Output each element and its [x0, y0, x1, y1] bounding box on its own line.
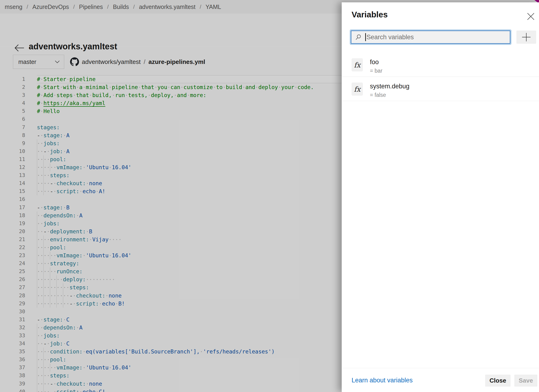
variable-value: = bar — [370, 68, 382, 74]
variable-row[interactable]: fxfoo= bar — [342, 53, 539, 77]
close-button[interactable]: Close — [485, 375, 510, 387]
variable-name: foo — [370, 58, 382, 66]
fx-icon: fx — [351, 58, 363, 71]
variable-row[interactable]: fxsystem.debug= false — [342, 77, 539, 101]
plus-icon — [521, 32, 531, 42]
panel-close-button[interactable] — [525, 10, 537, 23]
variables-list: fxfoo= barfxsystem.debug= false — [342, 53, 539, 101]
search-variables-input[interactable] — [366, 31, 510, 43]
close-icon — [527, 13, 534, 20]
variable-name: system.debug — [370, 83, 409, 90]
save-button[interactable]: Save — [514, 375, 537, 387]
search-variables-box — [351, 31, 510, 44]
app-window: mseng/AzureDevOps/Pipelines/Builds/adven… — [0, 0, 539, 392]
panel-title: Variables — [351, 10, 388, 19]
add-variable-button[interactable] — [516, 31, 536, 44]
fx-icon: fx — [351, 82, 363, 96]
search-icon — [355, 34, 361, 40]
variables-panel: Variables fxfoo= barfxsystem.debug= fals… — [342, 2, 539, 392]
variable-value: = false — [370, 92, 409, 98]
panel-footer: Learn about variables Close Save — [342, 368, 539, 392]
learn-about-variables-link[interactable]: Learn about variables — [351, 377, 413, 384]
